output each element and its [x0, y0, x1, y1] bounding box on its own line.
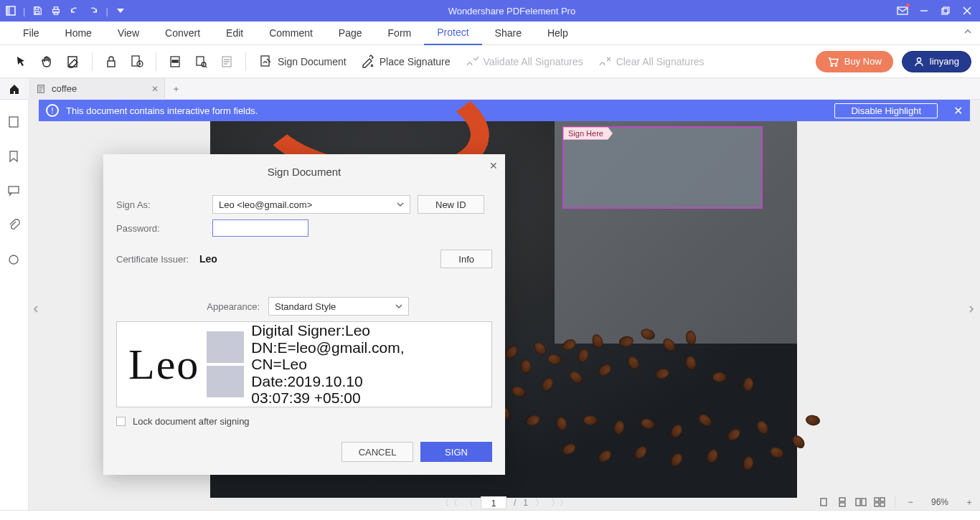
infobar-close-icon[interactable]: ✕ [953, 104, 963, 118]
single-page-view-icon[interactable] [817, 496, 830, 509]
sign-as-label: Sign As: [116, 199, 212, 210]
disable-highlight-button[interactable]: Disable Highlight [834, 103, 938, 118]
svg-rect-18 [172, 60, 178, 62]
menu-form[interactable]: Form [375, 22, 425, 45]
appearance-value: Standard Style [275, 301, 336, 312]
first-page-icon[interactable]: 〈〈 [440, 497, 458, 509]
new-tab-icon[interactable]: ＋ [165, 82, 187, 95]
redact-apply-icon[interactable] [217, 52, 237, 72]
svg-rect-15 [132, 56, 139, 66]
minimize-icon[interactable] [918, 5, 930, 16]
bookmarks-icon[interactable] [7, 150, 22, 164]
app-logo-icon [4, 4, 17, 17]
sign-button[interactable]: SIGN [420, 442, 492, 462]
menu-protect[interactable]: Protect [424, 22, 481, 45]
page-number-input[interactable]: 1 [481, 496, 507, 509]
validate-signatures-label: Validate All Signatures [484, 56, 583, 67]
clear-signatures-label: Clear All Signatures [616, 56, 705, 67]
zoom-value[interactable]: 96% [923, 497, 957, 507]
place-signature-tool[interactable]: Place Signature [361, 55, 451, 69]
titlebar: | | Wondershare PDFelement Pro [0, 0, 980, 22]
menu-help[interactable]: Help [534, 22, 581, 45]
svg-rect-33 [856, 498, 860, 506]
sign-as-select[interactable]: Leo <leo@gmail.com> [212, 195, 410, 214]
ribbon-separator [92, 52, 93, 71]
place-signature-label: Place Signature [380, 56, 451, 67]
redact-mark-icon[interactable] [165, 52, 185, 72]
attachments-icon[interactable] [7, 219, 22, 233]
undo-icon[interactable] [68, 4, 81, 17]
cert-issuer-value: Leo [199, 253, 217, 265]
edit-tool-icon[interactable] [63, 52, 83, 72]
menu-edit[interactable]: Edit [213, 22, 256, 45]
encrypt-icon[interactable] [101, 52, 121, 72]
redo-icon[interactable] [87, 4, 100, 17]
maximize-icon[interactable] [940, 5, 951, 16]
zoom-in-icon[interactable]: ＋ [963, 496, 976, 509]
next-page-arrow-icon[interactable] [967, 305, 977, 315]
home-tab-icon[interactable] [0, 78, 29, 100]
validate-signatures-tool: Validate All Signatures [465, 55, 583, 69]
save-icon[interactable] [31, 4, 44, 17]
continuous-view-icon[interactable] [836, 496, 849, 509]
info-icon: ! [46, 104, 59, 117]
hand-tool-icon[interactable] [37, 52, 57, 72]
menu-share[interactable]: Share [482, 22, 534, 45]
svg-point-24 [835, 65, 837, 66]
document-icon [36, 84, 46, 94]
svg-rect-38 [880, 503, 885, 506]
svg-rect-3 [36, 11, 39, 14]
zoom-out-icon[interactable]: − [904, 496, 917, 509]
close-icon[interactable] [961, 5, 973, 16]
menu-page[interactable]: Page [326, 22, 375, 45]
ribbon-separator [245, 52, 246, 71]
dialog-close-icon[interactable]: ✕ [489, 160, 498, 171]
collapse-ribbon-icon[interactable] [963, 27, 973, 37]
svg-rect-5 [55, 7, 58, 10]
sig-line-3: CN=Leo [251, 356, 404, 373]
menu-convert[interactable]: Convert [152, 22, 213, 45]
lock-document-checkbox[interactable] [116, 417, 126, 426]
tab-close-icon[interactable]: ✕ [151, 84, 159, 94]
svg-rect-28 [9, 186, 19, 193]
page-navigator: 〈〈 〈 1 / 1 〉 〉〉 [440, 494, 568, 510]
document-tabs: coffee ✕ ＋ [0, 78, 980, 100]
customize-qat-icon[interactable] [114, 4, 127, 17]
view-controls: − 96% ＋ [817, 496, 976, 509]
thumbnails-icon[interactable] [7, 115, 22, 130]
new-id-button[interactable]: New ID [418, 195, 484, 214]
buy-now-label: Buy Now [844, 56, 882, 67]
menu-file[interactable]: File [10, 22, 52, 45]
svg-point-29 [9, 255, 18, 264]
password-input[interactable] [212, 219, 308, 237]
two-page-continuous-icon[interactable] [873, 496, 886, 509]
user-button[interactable]: linyang [902, 51, 971, 72]
sign-document-tool[interactable]: Sign Document [259, 55, 347, 69]
tab-coffee[interactable]: coffee ✕ [29, 78, 165, 100]
prev-page-arrow-icon[interactable] [32, 305, 42, 315]
info-button[interactable]: Info [440, 250, 492, 268]
menu-comment[interactable]: Comment [256, 22, 326, 45]
appearance-label: Appearance: [116, 301, 260, 312]
cancel-button[interactable]: CANCEL [341, 442, 413, 462]
two-page-view-icon[interactable] [854, 496, 867, 509]
mail-icon[interactable] [897, 5, 908, 16]
ribbon-protect: Sign Document Place Signature Validate A… [0, 45, 980, 78]
appearance-select[interactable]: Standard Style [268, 297, 409, 316]
svg-rect-2 [36, 7, 39, 10]
comments-icon[interactable] [7, 184, 22, 199]
next-page-icon[interactable]: 〉 [535, 497, 544, 509]
fields-icon[interactable] [7, 253, 22, 268]
permissions-icon[interactable] [127, 52, 147, 72]
redact-search-icon[interactable] [191, 52, 211, 72]
select-tool-icon[interactable] [11, 52, 32, 72]
svg-rect-32 [839, 503, 845, 506]
last-page-icon[interactable]: 〉〉 [551, 497, 568, 509]
buy-now-button[interactable]: Buy Now [816, 51, 893, 72]
menu-home[interactable]: Home [52, 22, 105, 45]
menu-view[interactable]: View [105, 22, 152, 45]
signature-field[interactable]: Sign Here [562, 126, 763, 209]
prev-page-icon[interactable]: 〈 [465, 497, 473, 509]
print-icon[interactable] [50, 4, 62, 17]
lock-document-label: Lock document after signing [133, 416, 250, 427]
